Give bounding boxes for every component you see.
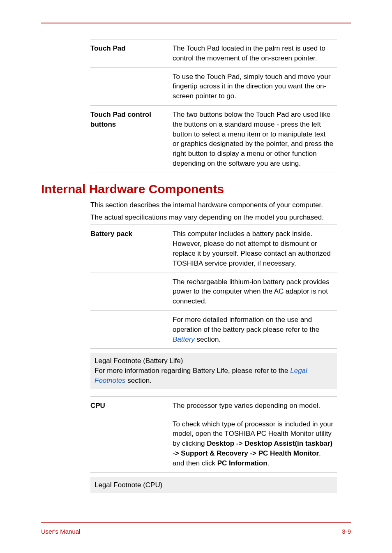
table-row: Touch Pad The Touch Pad located in the p… bbox=[90, 39, 337, 68]
row-text: The two buttons below the Touch Pad are … bbox=[173, 105, 337, 173]
note-title: Legal Footnote (CPU) bbox=[95, 480, 333, 490]
note-title: Legal Footnote (Battery Life) bbox=[95, 356, 333, 366]
row-label-empty bbox=[90, 67, 173, 105]
legal-footnote-cpu: Legal Footnote (CPU) bbox=[90, 477, 337, 493]
table-row: For more detailed information on the use… bbox=[90, 310, 337, 348]
bottom-rule bbox=[41, 522, 351, 523]
row-label-empty bbox=[90, 415, 173, 472]
top-rule bbox=[41, 23, 351, 23]
row-text: This computer includes a battery pack in… bbox=[173, 225, 337, 273]
table-row: CPU The processor type varies depending … bbox=[90, 397, 337, 415]
row-text: The rechargeable lithium-ion battery pac… bbox=[173, 273, 337, 310]
row-label: Touch Pad bbox=[90, 39, 173, 68]
row-label-empty bbox=[90, 273, 173, 310]
row-text: For more detailed information on the use… bbox=[173, 310, 337, 348]
row-label-empty bbox=[90, 310, 173, 348]
intro-paragraph: This section describes the internal hard… bbox=[90, 200, 351, 210]
page: Touch Pad The Touch Pad located in the p… bbox=[0, 0, 392, 553]
row-label: Touch Pad control buttons bbox=[90, 105, 173, 173]
footer-right: 3-9 bbox=[342, 528, 351, 535]
note-text-b: section. bbox=[126, 377, 152, 384]
row-label: Battery pack bbox=[90, 225, 173, 273]
footer-left: User's Manual bbox=[41, 528, 80, 535]
battery-link[interactable]: Battery bbox=[173, 336, 195, 343]
table-row: To check which type of processor is incl… bbox=[90, 415, 337, 472]
section-heading: Internal Hardware Components bbox=[41, 182, 351, 196]
battery-table: Battery pack This computer includes a ba… bbox=[90, 224, 337, 349]
note-text-a: For more information regarding Battery L… bbox=[95, 367, 290, 375]
table-row: To use the Touch Pad, simply touch and m… bbox=[90, 67, 337, 105]
row-text: The processor type varies depending on m… bbox=[173, 397, 337, 415]
row-text-b: section. bbox=[195, 336, 221, 343]
table-row: Battery pack This computer includes a ba… bbox=[90, 225, 337, 273]
row-text: To use the Touch Pad, simply touch and m… bbox=[173, 67, 337, 105]
cpu-table: CPU The processor type varies depending … bbox=[90, 397, 337, 473]
intro-paragraph: The actual specifications may vary depen… bbox=[90, 213, 351, 222]
cpu-text-c: . bbox=[267, 459, 270, 467]
note-text: For more information regarding Battery L… bbox=[95, 366, 333, 386]
row-text: The Touch Pad located in the palm rest i… bbox=[173, 39, 337, 68]
table-row: Touch Pad control buttons The two button… bbox=[90, 105, 337, 173]
content: Touch Pad The Touch Pad located in the p… bbox=[41, 39, 351, 493]
row-label: CPU bbox=[90, 397, 173, 415]
legal-footnote-battery: Legal Footnote (Battery Life) For more i… bbox=[90, 353, 337, 389]
row-text-a: For more detailed information on the use… bbox=[173, 316, 319, 333]
touch-pad-table: Touch Pad The Touch Pad located in the p… bbox=[90, 39, 337, 173]
table-row: The rechargeable lithium-ion battery pac… bbox=[90, 273, 337, 310]
row-text: To check which type of processor is incl… bbox=[173, 415, 337, 472]
cpu-bold-pcinfo: PC Information bbox=[217, 459, 267, 467]
